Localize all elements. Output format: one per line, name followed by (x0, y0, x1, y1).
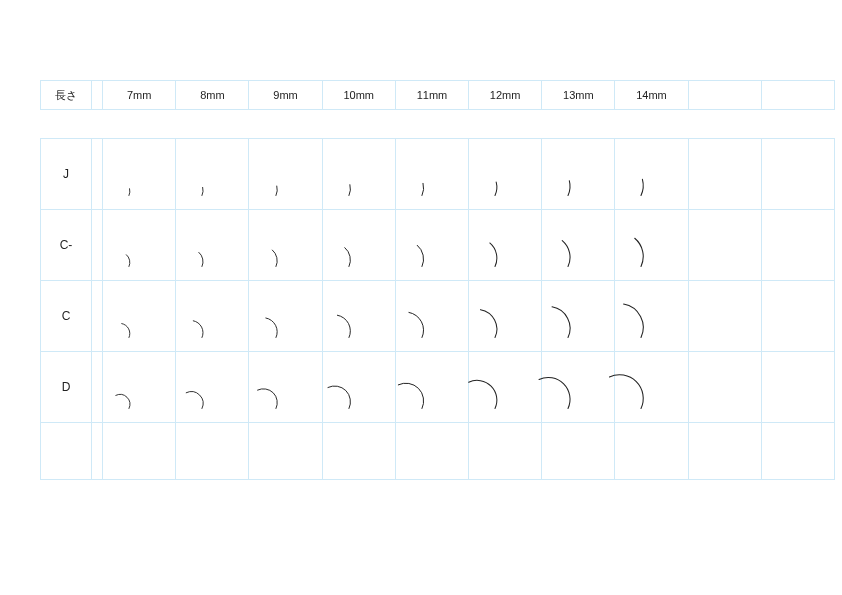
curl-cell (469, 210, 542, 281)
curl-row-label: C (41, 281, 92, 352)
lash-curl-icon (261, 224, 311, 274)
curl-cell (542, 352, 615, 423)
curl-cell (395, 281, 468, 352)
row-spacer (92, 352, 103, 423)
lash-curl-icon (334, 153, 384, 203)
lash-curl-icon (334, 366, 384, 416)
length-col-4: 11mm (395, 81, 468, 110)
curl-row-c: C (41, 281, 835, 352)
lash-curl-icon (407, 295, 457, 345)
header-label: 長さ (41, 81, 92, 110)
curl-cell (615, 352, 688, 423)
empty-cell (688, 423, 761, 480)
empty-cell (176, 423, 249, 480)
curl-row-label: D (41, 352, 92, 423)
empty-cell (761, 281, 834, 352)
header-empty-2 (761, 81, 834, 110)
header-empty-1 (688, 81, 761, 110)
curl-row-j: J (41, 139, 835, 210)
curl-row-d: D (41, 352, 835, 423)
row-spacer (92, 281, 103, 352)
curl-cell (322, 210, 395, 281)
length-col-6: 13mm (542, 81, 615, 110)
length-col-7: 14mm (615, 81, 688, 110)
length-col-5: 12mm (469, 81, 542, 110)
lash-curl-icon (407, 366, 457, 416)
length-col-3: 10mm (322, 81, 395, 110)
curl-cell (322, 139, 395, 210)
empty-cell (322, 423, 395, 480)
lash-curl-icon (626, 366, 676, 416)
empty-cell (688, 281, 761, 352)
header-spacer (92, 81, 103, 110)
lash-curl-icon (553, 295, 603, 345)
empty-cell (761, 352, 834, 423)
curl-cell (176, 352, 249, 423)
empty-cell (761, 139, 834, 210)
empty-cell (761, 210, 834, 281)
curl-cell (249, 352, 322, 423)
curl-cell (176, 210, 249, 281)
row-spacer (92, 139, 103, 210)
lash-curl-icon (114, 295, 164, 345)
row-spacer (92, 210, 103, 281)
empty-cell (761, 423, 834, 480)
lash-curl-icon (480, 224, 530, 274)
lash-curl-icon (261, 366, 311, 416)
lash-curl-icon (407, 153, 457, 203)
curl-cell (469, 139, 542, 210)
empty-cell (469, 423, 542, 480)
empty-cell (92, 423, 103, 480)
lash-curl-icon (114, 224, 164, 274)
empty-cell (688, 352, 761, 423)
lash-curl-icon (480, 153, 530, 203)
curl-cell (176, 139, 249, 210)
curl-cell (615, 210, 688, 281)
lash-curl-icon (553, 224, 603, 274)
lash-curl-icon (480, 295, 530, 345)
curl-cell (615, 139, 688, 210)
curl-cell (615, 281, 688, 352)
empty-cell (688, 139, 761, 210)
empty-cell (103, 423, 176, 480)
header-row: 長さ 7mm 8mm 9mm 10mm 11mm 12mm 13mm 14mm (41, 81, 835, 110)
empty-cell (395, 423, 468, 480)
curl-cell (395, 139, 468, 210)
lash-curl-icon (407, 224, 457, 274)
lash-curl-icon (114, 153, 164, 203)
curl-cell (322, 352, 395, 423)
length-col-1: 8mm (176, 81, 249, 110)
lash-curl-icon (626, 153, 676, 203)
curl-cell (176, 281, 249, 352)
lash-curl-icon (261, 295, 311, 345)
table-gap (40, 110, 835, 138)
lash-curl-icon (187, 366, 237, 416)
empty-cell (615, 423, 688, 480)
lash-curl-icon (261, 153, 311, 203)
lash-curl-chart: 長さ 7mm 8mm 9mm 10mm 11mm 12mm 13mm 14mm … (40, 80, 835, 480)
curl-cell (542, 281, 615, 352)
curl-cell (322, 281, 395, 352)
curl-cell (103, 352, 176, 423)
lash-curl-icon (114, 366, 164, 416)
curl-body-table: J C- C D (40, 138, 835, 480)
curl-cell (542, 210, 615, 281)
curl-row-label: C- (41, 210, 92, 281)
curl-cell (249, 139, 322, 210)
curl-cell (249, 210, 322, 281)
empty-cell (542, 423, 615, 480)
curl-cell (395, 210, 468, 281)
lash-curl-icon (187, 295, 237, 345)
lash-curl-icon (626, 224, 676, 274)
lash-curl-icon (553, 153, 603, 203)
curl-row-label: J (41, 139, 92, 210)
curl-cell (542, 139, 615, 210)
curl-cell (103, 281, 176, 352)
curl-cell (469, 281, 542, 352)
lash-curl-icon (334, 295, 384, 345)
curl-cell (103, 139, 176, 210)
length-col-0: 7mm (103, 81, 176, 110)
empty-cell (688, 210, 761, 281)
curl-cell (395, 352, 468, 423)
lash-curl-icon (553, 366, 603, 416)
